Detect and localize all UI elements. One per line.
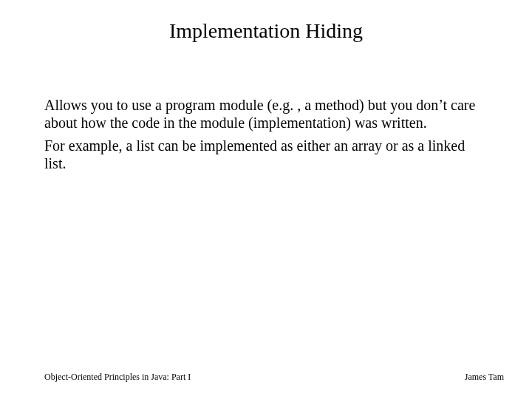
footer-left: Object-Oriented Principles in Java: Part… [44,372,191,383]
slide-title: Implementation Hiding [0,19,532,43]
body-paragraph: Allows you to use a program module (e.g.… [44,96,488,132]
slide-body: Allows you to use a program module (e.g.… [44,96,488,177]
footer-right: James Tam [465,372,504,383]
body-paragraph: For example, a list can be implemented a… [44,137,488,173]
slide: Implementation Hiding Allows you to use … [0,0,532,399]
